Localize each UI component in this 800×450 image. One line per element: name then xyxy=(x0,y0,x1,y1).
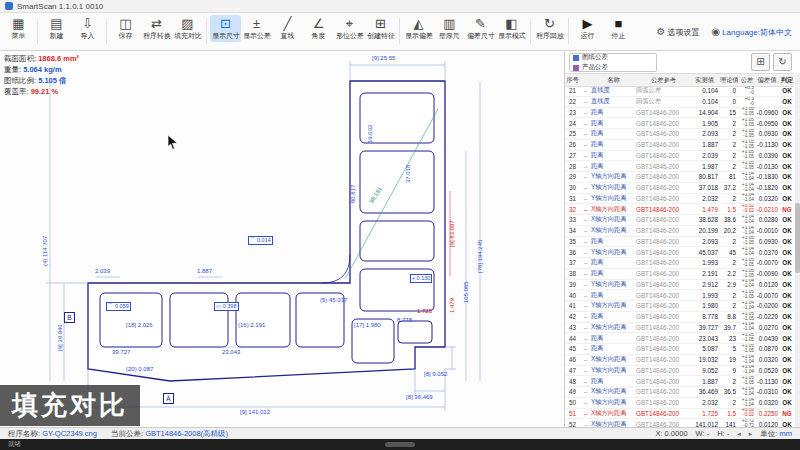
table-row[interactable]: 21--直线度圆弧公差0.1040+0.3-0OK xyxy=(565,86,794,97)
deviation-dims-icon: ✎ xyxy=(475,16,486,31)
cell-tolerance: +1.04-1.04 xyxy=(738,193,756,203)
toolbar-item-show-tolerance[interactable]: ±显示公差 xyxy=(241,15,272,42)
drawing-canvas[interactable]: 截面面积: 1868.6 mm²重量: 5.064 kg/m图纸比例: 5.10… xyxy=(0,51,565,427)
table-row[interactable]: 33--X轴方向距离GBT14846-20038.62838.6+1.04-1.… xyxy=(565,215,794,226)
table-row[interactable]: 24--距离GBT14846-2001.9052+1.05-1.05-0.095… xyxy=(565,118,794,129)
toolbar-item-program-convert[interactable]: ⇄程序转换 xyxy=(141,15,172,42)
table-row[interactable]: 52--X轴方向距离GBT14846-200141.012141+0.72-0.… xyxy=(565,419,794,427)
table-row[interactable]: 45--距离GBT14846-2005.0875+1.05-1.050.0870… xyxy=(565,344,794,355)
cell-result: OK xyxy=(780,345,794,352)
table-row[interactable]: 31--Y轴方向距离GBT14846-2002.0322+1.04-1.040.… xyxy=(565,194,794,205)
table-row[interactable]: 32--X轴方向距离GBT14846-2001.4791.5+0.02-0.02… xyxy=(565,204,794,215)
toolbar-item-gdt[interactable]: ⌖形位公差 xyxy=(334,15,365,42)
cell-prefix: -- xyxy=(580,399,591,406)
legend-label: 产品公差 xyxy=(582,63,608,72)
table-row[interactable]: 22--直线度圆弧公差0.1040+0.3-0OK xyxy=(565,97,794,108)
table-scrollbar[interactable] xyxy=(795,73,800,427)
toolbar-item-display-mode[interactable]: ◧显示模式 xyxy=(496,15,527,42)
toolbar-item-angle[interactable]: ∠角度 xyxy=(303,15,334,42)
table-row[interactable]: 41--Y轴方向距离GBT14846-2001.9802+1.04-1.04-0… xyxy=(565,301,794,312)
cell-prefix: -- xyxy=(580,410,591,417)
cell-seq: 39 xyxy=(565,281,580,288)
cell-tol-ref: 圆弧公差 xyxy=(636,97,691,106)
table-row[interactable]: 30--Y轴方向距离GBT14846-20037.01837.2+1.04-1.… xyxy=(565,183,794,194)
legend-item[interactable]: 图纸公差 xyxy=(573,53,656,62)
table-row[interactable]: 29--Y轴方向距离GBT14846-20080.81781+1.04-1.04… xyxy=(565,172,794,183)
table-row[interactable]: 38--距离GBT14846-2002.1912.2+1.05-1.05-0.0… xyxy=(565,269,794,280)
cell-tolerance: +1.05-1.05 xyxy=(738,129,756,139)
toolbar-item-show-deviation[interactable]: ◭显示偏差 xyxy=(403,15,434,42)
cell-name: 距离 xyxy=(591,344,636,353)
table-row[interactable]: 40--距离GBT14846-2001.9932+1.05-1.05-0.007… xyxy=(565,290,794,301)
table-row[interactable]: 25--距离GBT14846-2002.0932+1.05-1.050.0930… xyxy=(565,129,794,140)
table-row[interactable]: 36--Y轴方向距离GBT14846-20045.03745+1.04-1.04… xyxy=(565,247,794,258)
prev-arrow-icon[interactable]: ◂ xyxy=(737,430,741,438)
table-row[interactable]: 34--X轴方向距离GBT14846-20020.19920.2+1.04-1.… xyxy=(565,226,794,237)
cell-prefix: -- xyxy=(580,98,591,105)
legend-item[interactable]: 产品公差 xyxy=(573,63,656,72)
cell-measured: 36.469 xyxy=(691,388,720,395)
toolbar-item-label: 填充对比 xyxy=(174,31,202,40)
current-tolerance: 当前公差: GBT14846-2008(高精级) xyxy=(111,429,228,439)
table-row[interactable]: 37--距离GBT14846-2001.9932+1.05-1.05-0.007… xyxy=(565,258,794,269)
cell-measured: 80.817 xyxy=(691,173,720,180)
cell-measured: 2.191 xyxy=(691,270,720,277)
table-row[interactable]: 51--X轴方向距离GBT14846-2001.7251.5+0.02-0.02… xyxy=(565,409,794,420)
table-row[interactable]: 28--距离GBT14846-2001.9872+1.05-1.05-0.013… xyxy=(565,161,794,172)
toolbar-item-program-replay[interactable]: ↻程序回放 xyxy=(534,15,565,42)
cell-result: OK xyxy=(780,227,794,234)
toolbar-item-label: 显示偏差 xyxy=(405,31,433,40)
taskbar-handle[interactable] xyxy=(385,442,415,447)
table-row[interactable]: 23--距离GBT14846-20014.90415+1.05-1.05-0.0… xyxy=(565,108,794,119)
cell-nominal: 8.8 xyxy=(720,313,738,320)
info-row: 截面面积: 1868.6 mm² xyxy=(4,53,79,64)
new-icon: ▤ xyxy=(50,16,62,31)
table-row[interactable]: 27--距离GBT14846-2002.0392+1.05-1.050.0390… xyxy=(565,151,794,162)
table-row[interactable]: 44--距离GBT14846-20023.04323+1.05-1.050.04… xyxy=(565,333,794,344)
table-row[interactable]: 43--X轴方向距离GBT14846-20039.72739.7+1.04-1.… xyxy=(565,323,794,334)
cell-name: X轴方向距离 xyxy=(591,420,636,427)
cell-measured: 2.912 xyxy=(691,281,720,288)
cell-name: 距离 xyxy=(591,269,636,278)
settings-button[interactable]: ⚙选项设置 xyxy=(656,21,699,39)
table-row[interactable]: 26--距离GBT14846-2001.8872+1.05-1.05-0.113… xyxy=(565,140,794,151)
toolbar-item-wall-thickness[interactable]: ▥壁厚尺 xyxy=(434,15,465,42)
toolbar-item-import[interactable]: ⇩导入 xyxy=(72,15,103,42)
cell-seq: 28 xyxy=(565,163,580,170)
table-row[interactable]: 47--Y轴方向距离GBT14846-2009.0529+1.04-1.040.… xyxy=(565,366,794,377)
toolbar-item-fill-compare[interactable]: ▨填充对比 xyxy=(172,15,203,42)
table-row[interactable]: 48--距离GBT14846-2001.8872+1.05-1.05-0.113… xyxy=(565,376,794,387)
gdt-icon: ⌖ xyxy=(346,16,353,31)
toolbar-item-line[interactable]: ╱直线 xyxy=(272,15,303,42)
toolbar-item-run[interactable]: ▶运行 xyxy=(572,15,603,42)
table-row[interactable]: 39--Y轴方向距离GBT14846-2002.9122.9+1.04-1.04… xyxy=(565,280,794,291)
cell-name: X轴方向距离 xyxy=(591,323,636,332)
scrollbar-thumb[interactable] xyxy=(795,203,800,273)
toolbar-item-create-feature[interactable]: ⊞创建特征 xyxy=(365,15,396,42)
cell-measured: 9.052 xyxy=(691,367,720,374)
legend-expand-button[interactable]: ⊞ xyxy=(751,53,770,71)
language-selector[interactable]: ◉Language:简体中文 xyxy=(711,21,792,39)
cell-tol-ref: GBT14846-200 xyxy=(636,270,691,277)
cell-result: OK xyxy=(780,313,794,320)
toolbar-item-stop[interactable]: ■停止 xyxy=(603,15,634,42)
legend-refresh-button[interactable]: ↻ xyxy=(773,53,792,71)
toolbar-item-deviation-dims[interactable]: ✎偏差尺寸 xyxy=(465,15,496,42)
table-row[interactable]: 49--X轴方向距离GBT14846-20036.46936.5+1.04-1.… xyxy=(565,387,794,398)
cell-result: OK xyxy=(780,324,794,331)
cell-tol-ref: GBT14846-200 xyxy=(636,259,691,266)
table-row[interactable]: 42--距离GBT14846-2008.7788.8+1.05-1.05-0.0… xyxy=(565,312,794,323)
table-row[interactable]: 46--X轴方向距离GBT14846-20019.03219+1.04-1.04… xyxy=(565,355,794,366)
cell-nominal: 2 xyxy=(720,302,738,309)
cell-nominal: 19 xyxy=(720,356,738,363)
cell-tolerance: +1.04-1.04 xyxy=(738,387,756,397)
table-row[interactable]: 50--Y轴方向距离GBT14846-2002.0322+1.04-1.040.… xyxy=(565,398,794,409)
cell-seq: 42 xyxy=(565,313,580,320)
toolbar-item-new[interactable]: ▤新建 xyxy=(41,15,72,42)
toolbar-item-save[interactable]: ◫保存 xyxy=(110,15,141,42)
next-arrow-icon[interactable]: ▸ xyxy=(749,430,753,438)
table-row[interactable]: 35--距离GBT14846-2002.0932+1.05-1.050.0930… xyxy=(565,237,794,248)
toolbar-item-menu[interactable]: ▦菜单 xyxy=(3,15,34,42)
cell-prefix: -- xyxy=(580,292,591,299)
toolbar-item-show-dimensions[interactable]: ⊡显示尺寸 xyxy=(210,15,241,42)
